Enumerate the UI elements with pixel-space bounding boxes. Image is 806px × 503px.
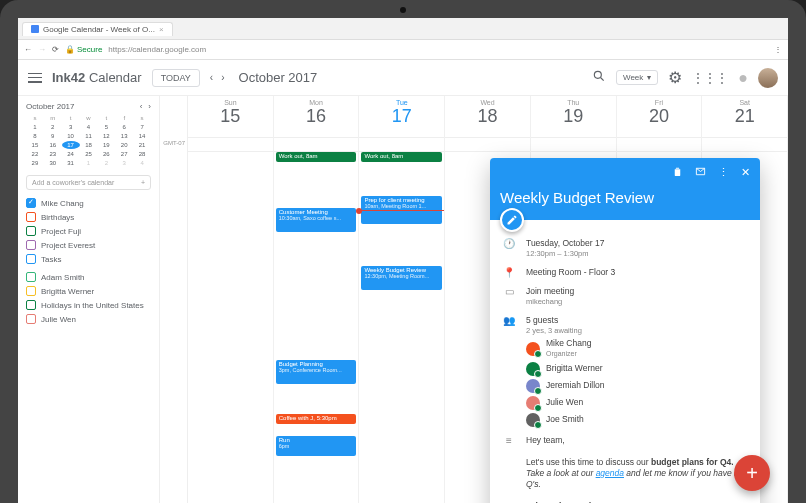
mini-day-cell[interactable]: 16 <box>44 141 62 149</box>
add-calendar-input[interactable]: Add a coworker's calendar + <box>26 175 151 190</box>
mini-day-cell[interactable]: 27 <box>115 150 133 158</box>
mini-day-cell[interactable]: 31 <box>62 159 80 167</box>
calendar-event[interactable]: Work out, 8am <box>361 152 442 162</box>
mini-day-cell[interactable]: 8 <box>26 132 44 140</box>
more-icon[interactable]: ⋮ <box>718 166 729 179</box>
mini-day-cell[interactable]: 28 <box>133 150 151 158</box>
calendar-item[interactable]: Julie Wen <box>26 314 151 324</box>
calendar-event[interactable]: Work out, 8am <box>276 152 357 162</box>
mini-prev-icon[interactable]: ‹ <box>140 102 143 111</box>
mini-next-icon[interactable]: › <box>148 102 151 111</box>
day-header[interactable]: Mon16 <box>274 96 359 138</box>
calendar-checkbox[interactable] <box>26 254 36 264</box>
mini-day-cell[interactable]: 21 <box>133 141 151 149</box>
mini-day-cell[interactable]: 20 <box>115 141 133 149</box>
mini-day-cell[interactable]: 3 <box>62 123 80 131</box>
calendar-checkbox[interactable] <box>26 286 36 296</box>
mini-day-cell[interactable]: 26 <box>97 150 115 158</box>
close-tab-icon[interactable]: × <box>159 25 164 34</box>
hamburger-icon[interactable] <box>28 73 42 83</box>
mini-day-cell[interactable]: 5 <box>97 123 115 131</box>
create-event-fab[interactable]: + <box>734 455 770 491</box>
today-button[interactable]: TODAY <box>152 69 200 87</box>
mini-day-cell[interactable]: 15 <box>26 141 44 149</box>
calendar-item[interactable]: Adam Smith <box>26 272 151 282</box>
view-switcher[interactable]: Week▾ <box>616 70 658 85</box>
mini-day-cell[interactable]: 4 <box>133 159 151 167</box>
calendar-checkbox[interactable] <box>26 226 36 236</box>
mini-day-cell[interactable]: 29 <box>26 159 44 167</box>
calendar-item[interactable]: Project Everest <box>26 240 151 250</box>
mini-day-cell[interactable]: 12 <box>97 132 115 140</box>
browser-tab[interactable]: Google Calendar - Week of O... × <box>22 22 173 36</box>
calendar-checkbox[interactable] <box>26 240 36 250</box>
apps-icon[interactable]: ⋮⋮⋮ <box>692 71 728 85</box>
calendar-checkbox[interactable] <box>26 300 36 310</box>
mini-day-cell[interactable]: 1 <box>26 123 44 131</box>
mini-day-cell[interactable]: 1 <box>80 159 98 167</box>
forward-icon[interactable]: → <box>38 45 46 54</box>
account-avatar[interactable] <box>758 68 778 88</box>
mini-day-cell[interactable]: 23 <box>44 150 62 158</box>
notifications-icon[interactable]: ● <box>738 69 748 87</box>
back-icon[interactable]: ← <box>24 45 32 54</box>
mini-day-cell[interactable]: 24 <box>62 150 80 158</box>
day-header[interactable]: Sun15 <box>188 96 273 138</box>
day-header[interactable]: Tue17 <box>359 96 444 138</box>
mini-day-cell[interactable]: 13 <box>115 132 133 140</box>
mini-day-cell[interactable]: 22 <box>26 150 44 158</box>
calendar-item[interactable]: Brigitta Werner <box>26 286 151 296</box>
calendar-item[interactable]: Holidays in the United States <box>26 300 151 310</box>
settings-icon[interactable]: ⚙ <box>668 68 682 87</box>
calendar-event[interactable]: Customer Meeting10:30am, Saxo coffee s..… <box>276 208 357 232</box>
mini-day-cell[interactable]: 14 <box>133 132 151 140</box>
mini-day-cell[interactable]: 11 <box>80 132 98 140</box>
calendar-checkbox[interactable] <box>26 198 36 208</box>
calendar-event[interactable]: Budget Planning3pm, Conference Room... <box>276 360 357 384</box>
calendar-item[interactable]: Tasks <box>26 254 151 264</box>
day-column[interactable]: Mon16Work out, 8amCustomer Meeting10:30a… <box>274 96 360 503</box>
delete-icon[interactable] <box>672 166 683 179</box>
edit-event-button[interactable] <box>500 208 524 232</box>
mini-day-cell[interactable]: 4 <box>80 123 98 131</box>
mini-day-cell[interactable]: 25 <box>80 150 98 158</box>
day-header[interactable]: Thu19 <box>531 96 616 138</box>
calendar-event[interactable]: Coffee with J, 5:30pm <box>276 414 357 424</box>
url-text[interactable]: https://calendar.google.com <box>108 45 206 54</box>
close-icon[interactable]: ✕ <box>741 166 750 179</box>
day-header[interactable]: Wed18 <box>445 96 530 138</box>
calendar-item[interactable]: Mike Chang <box>26 198 151 208</box>
calendar-item[interactable]: Project Fuji <box>26 226 151 236</box>
day-header[interactable]: Sat21 <box>702 96 787 138</box>
video-icon: ▭ <box>502 286 516 307</box>
mini-day-cell[interactable]: 10 <box>62 132 80 140</box>
day-column[interactable]: Tue17Work out, 8amPrep for client meetin… <box>359 96 445 503</box>
mini-day-cell[interactable]: 18 <box>80 141 98 149</box>
mini-day-cell[interactable]: 6 <box>115 123 133 131</box>
mini-day-cell[interactable]: 7 <box>133 123 151 131</box>
mini-day-cell[interactable]: 9 <box>44 132 62 140</box>
agenda-link[interactable]: agenda <box>596 468 624 478</box>
mini-day-cell[interactable]: 30 <box>44 159 62 167</box>
calendar-checkbox[interactable] <box>26 314 36 324</box>
search-icon[interactable] <box>592 69 606 87</box>
calendar-item[interactable]: Birthdays <box>26 212 151 222</box>
day-header[interactable]: Fri20 <box>617 96 702 138</box>
calendar-event[interactable]: Run6pm <box>276 436 357 456</box>
mini-calendar[interactable]: 1234567891011121314151617181920212223242… <box>26 123 151 167</box>
next-week-icon[interactable]: › <box>221 72 224 83</box>
mini-day-cell[interactable]: 3 <box>115 159 133 167</box>
reload-icon[interactable]: ⟳ <box>52 45 59 54</box>
mini-day-cell[interactable]: 2 <box>44 123 62 131</box>
email-icon[interactable] <box>695 166 706 179</box>
prev-week-icon[interactable]: ‹ <box>210 72 213 83</box>
mini-day-cell[interactable]: 2 <box>97 159 115 167</box>
calendar-checkbox[interactable] <box>26 212 36 222</box>
browser-menu-icon[interactable]: ⋮ <box>774 45 782 54</box>
mini-day-cell[interactable]: 19 <box>97 141 115 149</box>
calendar-event[interactable]: Weekly Budget Review12:30pm, Meeting Roo… <box>361 266 442 290</box>
join-meeting-link[interactable]: Join meeting <box>526 286 748 297</box>
mini-day-cell[interactable]: 17 <box>62 141 80 149</box>
day-column[interactable]: Sun15 <box>188 96 274 503</box>
calendar-checkbox[interactable] <box>26 272 36 282</box>
